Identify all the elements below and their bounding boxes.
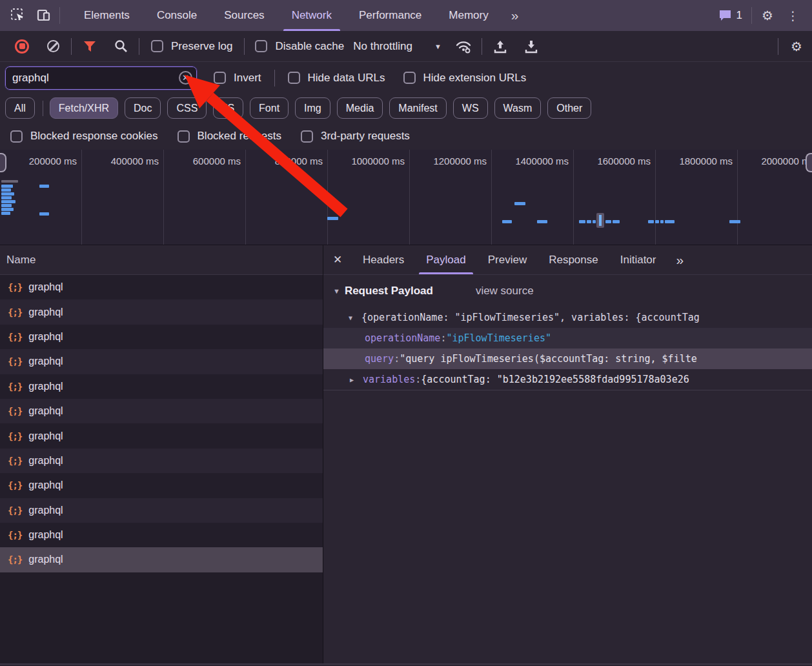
tab-elements[interactable]: Elements [70, 0, 143, 31]
request-row[interactable]: {;}graphql [0, 523, 323, 547]
type-pill-js[interactable]: JS [213, 97, 243, 119]
timeline-request-bar[interactable] [537, 220, 547, 223]
close-details-button[interactable]: ✕ [323, 253, 352, 267]
request-row[interactable]: {;}graphql [0, 299, 323, 324]
3rd-party-requests-checkbox[interactable] [301, 130, 313, 143]
type-pill-other[interactable]: Other [547, 97, 591, 119]
timeline-request-bar[interactable] [327, 217, 338, 220]
timeline-request-bar[interactable] [1, 200, 15, 203]
more-tabs-icon[interactable]: » [502, 8, 527, 23]
timeline-request-bar[interactable] [729, 220, 740, 223]
tab-network[interactable]: Network [278, 0, 345, 31]
hide-data-urls-toggle[interactable]: Hide data URLs [288, 72, 385, 85]
details-tab-response[interactable]: Response [538, 245, 609, 274]
timeline-request-bar[interactable] [1, 185, 13, 188]
timeline-request-bar[interactable] [514, 202, 525, 205]
filter-toggle-3rd-party-requests[interactable]: 3rd-party requests [301, 130, 410, 143]
request-row[interactable]: {;}graphql [0, 498, 323, 523]
request-row[interactable]: {;}graphql [0, 349, 323, 374]
filter-toggle-blocked-response-cookies[interactable]: Blocked response cookies [10, 130, 158, 143]
tab-memory[interactable]: Memory [435, 0, 502, 31]
preserve-log-toggle[interactable]: Preserve log [151, 40, 232, 53]
timeline-request-bar[interactable] [1, 188, 11, 192]
timeline-request-bar[interactable] [579, 220, 585, 223]
device-toolbar-button[interactable] [31, 5, 57, 26]
type-pill-media[interactable]: Media [337, 97, 383, 119]
timeline-request-bar[interactable] [39, 212, 49, 216]
timeline-request-bar[interactable] [502, 220, 512, 223]
blocked-response-cookies-checkbox[interactable] [10, 130, 23, 143]
type-pill-fetch-xhr[interactable]: Fetch/XHR [50, 97, 118, 119]
throttling-select[interactable]: No throttling ▼ [353, 40, 442, 53]
timeline-request-bar[interactable] [1, 196, 12, 199]
timeline-request-bar[interactable] [665, 220, 675, 223]
type-pill-all[interactable]: All [5, 97, 35, 119]
filter-input[interactable] [5, 66, 197, 90]
timeline-request-bar[interactable] [587, 220, 591, 223]
filter-toggle-blocked-requests[interactable]: Blocked requests [178, 130, 281, 143]
request-payload-section-header[interactable]: ▼ Request Payload view source [323, 275, 812, 307]
details-tab-preview[interactable]: Preview [477, 245, 538, 274]
payload-entry-operationname[interactable]: operationName: "ipFlowTimeseries" [323, 328, 812, 348]
type-pill-font[interactable]: Font [250, 97, 289, 119]
timeline-request-bar[interactable] [648, 220, 654, 223]
type-pill-doc[interactable]: Doc [125, 97, 161, 119]
timeline-request-bar[interactable] [593, 220, 596, 223]
clear-button[interactable] [37, 40, 68, 52]
settings-button[interactable]: ⚙ [755, 5, 780, 26]
hide-extension-urls-toggle[interactable]: Hide extension URLs [403, 72, 527, 85]
invert-checkbox[interactable] [214, 72, 226, 84]
invert-toggle[interactable]: Invert [214, 72, 261, 85]
record-button[interactable] [6, 39, 37, 54]
main-menu-button[interactable]: ⋮ [780, 8, 806, 23]
blocked-requests-checkbox[interactable] [178, 130, 190, 143]
timeline-request-bar[interactable] [660, 220, 664, 223]
timeline-request-bar[interactable] [1, 208, 14, 211]
timeline-request-bar[interactable] [605, 220, 611, 223]
filter-toggle-button[interactable] [74, 41, 105, 52]
payload-entry-variables[interactable]: ▶variables: {accountTag: "b12e3b2192ee55… [323, 369, 812, 390]
payload-entry-query[interactable]: query: "query ipFlowTimeseries($accountT… [323, 348, 812, 369]
type-pill-css[interactable]: CSS [167, 97, 207, 119]
inspect-element-button[interactable] [5, 5, 31, 26]
network-conditions-button[interactable] [448, 39, 479, 54]
type-pill-wasm[interactable]: Wasm [494, 97, 542, 119]
details-tab-initiator[interactable]: Initiator [609, 245, 667, 274]
network-settings-button[interactable]: ⚙ [781, 40, 812, 53]
request-row[interactable]: {;}graphql [0, 449, 323, 473]
tab-sources[interactable]: Sources [210, 0, 278, 31]
timeline-request-bar[interactable] [1, 212, 10, 215]
issues-button[interactable]: 1 [712, 9, 749, 22]
request-row[interactable]: {;}graphql [0, 275, 323, 299]
timeline-request-bar[interactable] [613, 220, 620, 223]
timeline-request-bar[interactable] [1, 180, 18, 183]
hide-extension-urls-checkbox[interactable] [403, 72, 416, 84]
import-har-button[interactable] [485, 39, 516, 54]
type-pill-img[interactable]: Img [295, 97, 330, 119]
type-pill-ws[interactable]: WS [453, 97, 488, 119]
timeline-request-bar[interactable] [655, 220, 659, 223]
request-row[interactable]: {;}graphql [0, 325, 323, 349]
view-source-link[interactable]: view source [476, 285, 534, 298]
details-tab-headers[interactable]: Headers [352, 245, 415, 274]
hide-data-urls-checkbox[interactable] [288, 72, 300, 84]
tab-performance[interactable]: Performance [345, 0, 435, 31]
request-row[interactable]: {;}graphql [0, 547, 323, 572]
search-button[interactable] [105, 39, 136, 53]
type-pill-manifest[interactable]: Manifest [389, 97, 446, 119]
preserve-log-checkbox[interactable] [151, 40, 163, 52]
request-row[interactable]: {;}graphql [0, 473, 323, 498]
timeline-selected-request-marker[interactable] [596, 213, 604, 228]
timeline-request-bar[interactable] [1, 192, 14, 196]
details-tab-payload[interactable]: Payload [415, 245, 476, 274]
export-har-button[interactable] [516, 39, 547, 54]
name-column-header[interactable]: Name [0, 245, 323, 275]
collapse-triangle-icon[interactable]: ▼ [333, 287, 340, 295]
timeline-overview[interactable]: 200000 ms400000 ms600000 ms800000 ms1000… [0, 150, 812, 245]
request-row[interactable]: {;}graphql [0, 374, 323, 399]
request-row[interactable]: {;}graphql [0, 399, 323, 423]
disable-cache-checkbox[interactable] [255, 40, 267, 52]
expand-triangle-icon[interactable]: ▶ [350, 376, 359, 383]
payload-summary-row[interactable]: ▼ {operationName: "ipFlowTimeseries", va… [323, 307, 812, 328]
timeline-request-bar[interactable] [1, 204, 12, 207]
